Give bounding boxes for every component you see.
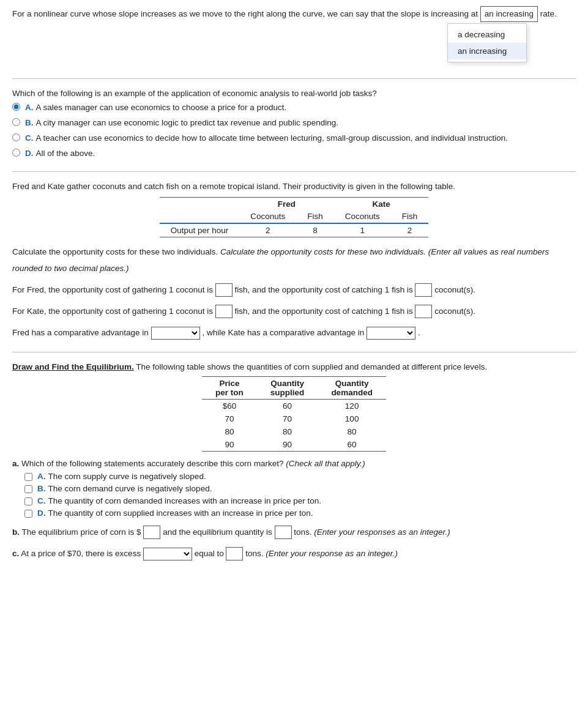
q4-price-70: 70: [202, 412, 257, 425]
q3-kate-advantage-select[interactable]: coconuts fish: [367, 327, 415, 340]
q4-cb-text-b: The corn demand curve is negatively slop…: [48, 484, 212, 493]
q4-checkbox-c[interactable]: [24, 497, 32, 505]
q3-adv-prefix: Fred has a comparative advantage in: [12, 328, 149, 337]
q3-fred-prefix: For Fred, the opportunity cost of gather…: [12, 285, 213, 294]
q1-after-text: rate.: [540, 9, 557, 18]
q3-kate-prefix: For Kate, the opportunity cost of gather…: [12, 307, 213, 316]
q4-demand-60: 120: [318, 399, 386, 412]
q4-parta-bold: a.: [12, 459, 19, 468]
q1-before-text: For a nonlinear curve whose slope increa…: [12, 9, 478, 18]
q2-options: A. A sales manager can use economics to …: [12, 102, 576, 160]
q4-table: Priceper ton Quantitysupplied Quantityde…: [202, 376, 386, 452]
q2-letter-b: B.: [25, 117, 34, 129]
q2-option-a[interactable]: A. A sales manager can use economics to …: [12, 102, 576, 114]
q2-text-a: A sales manager can use economics to cho…: [36, 102, 287, 114]
q3-fred-fish-cost-input[interactable]: [415, 283, 432, 297]
q4-cb-d[interactable]: D. The quantity of corn supplied increas…: [24, 508, 576, 518]
q2-radio-c[interactable]: [12, 133, 20, 141]
q4-supply-70: 70: [257, 412, 318, 425]
q2-letter-a: A.: [25, 102, 34, 114]
q1-selected-value[interactable]: an increasing: [480, 6, 538, 22]
q3-kate-cost: For Kate, the opportunity cost of gather…: [12, 303, 576, 319]
q3-kate-fish-cost-input[interactable]: [415, 305, 432, 318]
q4-intro: Draw and Find the Equilibrium. The follo…: [12, 362, 576, 371]
q2-radio-d[interactable]: [12, 149, 20, 157]
q4-demand-70: 100: [318, 412, 386, 425]
q4-cb-text-c: The quantity of corn demanded increases …: [48, 496, 322, 505]
q3-row-label: Output per hour: [160, 223, 240, 237]
q4-parta-note: (Check all that apply.): [286, 459, 365, 468]
q4-cb-text-d: The quantity of corn supplied increases …: [48, 508, 313, 518]
q4-checkbox-d[interactable]: [24, 510, 32, 518]
q4-row-70: 70 70 100: [202, 412, 386, 425]
q4-row-90: 90 90 60: [202, 438, 386, 452]
q3-fred-advantage-select[interactable]: coconuts fish: [151, 327, 200, 340]
q4-cb-text-a: The corn supply curve is negatively slop…: [48, 472, 206, 481]
q3-kate-end: coconut(s).: [434, 307, 475, 316]
q3-kate-coconut-cost-input[interactable]: [215, 305, 233, 318]
q3-kate-fish: 2: [391, 223, 429, 237]
q2-block: Which of the following is an example of …: [12, 89, 576, 160]
q3-fred-suffix: fish, and the opportunity cost of catchi…: [234, 285, 412, 294]
q4-excess-select[interactable]: supply demand: [143, 548, 192, 560]
q4-cb-letter-c: C.: [37, 496, 46, 505]
q4-partb-note: (Enter your responses as an integer.): [314, 527, 450, 537]
q3-col-fred-coconuts: Coconuts: [239, 210, 296, 223]
q3-table: Fred Kate Coconuts Fish Coconuts Fish Ou…: [160, 197, 429, 237]
q3-fred-fish: 8: [296, 223, 334, 237]
q4-partb-text3: tons.: [294, 527, 311, 537]
q1-option-increasing[interactable]: an increasing: [448, 43, 526, 59]
q2-option-b[interactable]: B. A city manager can use economic logic…: [12, 117, 576, 129]
q3-fred-cost: For Fred, the opportunity cost of gather…: [12, 281, 576, 298]
q1-text: For a nonlinear curve whose slope increa…: [12, 6, 576, 22]
q1-option-decreasing[interactable]: a decreasing: [448, 26, 526, 43]
q2-letter-d: D.: [25, 147, 34, 160]
q1-dropdown-popup: a decreasing an increasing: [447, 23, 527, 62]
q4-partc-text1: At a price of $70, there is excess: [21, 549, 141, 558]
q4-cb-letter-d: D.: [37, 508, 46, 518]
q4-cb-letter-b: B.: [37, 484, 46, 493]
q4-partc-label: c.: [12, 549, 19, 558]
q4-col-demanded: Quantitydemanded: [318, 376, 386, 399]
q4-checkbox-a[interactable]: [24, 473, 32, 481]
q4-intro-bold: Draw and Find the Equilibrium.: [12, 362, 134, 371]
divider-1: [12, 78, 576, 79]
q4-col-supplied: Quantitysupplied: [257, 376, 318, 399]
q4-supply-60: 60: [257, 399, 318, 412]
divider-3: [12, 352, 576, 352]
q4-partc: c. At a price of $70, there is excess su…: [12, 545, 576, 562]
q2-radio-a[interactable]: [12, 103, 20, 111]
q2-text-b: A city manager can use economic logic to…: [36, 117, 339, 129]
q3-calc-text: Calculate the opportunity costs for thes…: [12, 247, 220, 256]
q4-row-80: 80 80 80: [202, 425, 386, 438]
q4-partb-label: b.: [12, 527, 20, 537]
q2-letter-c: C.: [25, 132, 34, 144]
q4-supply-80: 80: [257, 425, 318, 438]
q3-adv-middle: , while Kate has a comparative advantage…: [202, 328, 364, 337]
q4-eq-price-input[interactable]: [143, 526, 160, 539]
q2-option-c[interactable]: C. A teacher can use economics to decide…: [12, 132, 576, 144]
q4-cb-letter-a: A.: [37, 472, 46, 481]
q4-partc-text3: tons.: [245, 549, 263, 558]
q4-price-80: 80: [202, 425, 257, 438]
divider-2: [12, 171, 576, 172]
q4-checkbox-b[interactable]: [24, 485, 32, 493]
q4-partb-text2: and the equilibrium quantity is: [163, 527, 272, 537]
q3-intro: Fred and Kate gather coconuts and catch …: [12, 182, 576, 191]
q4-cb-b[interactable]: B. The corn demand curve is negatively s…: [24, 484, 576, 493]
q4-price-60: $60: [202, 399, 257, 412]
q3-calc-note: Calculate the opportunity costs for thes…: [12, 244, 576, 277]
q2-text-d: All of the above.: [36, 147, 95, 160]
q4-partc-note: (Enter your response as an integer.): [266, 549, 398, 558]
q2-option-d[interactable]: D. All of the above.: [12, 147, 576, 160]
q3-fred-header: Fred: [239, 197, 334, 210]
q4-demand-80: 80: [318, 425, 386, 438]
q4-cb-c[interactable]: C. The quantity of corn demanded increas…: [24, 496, 576, 505]
q2-radio-b[interactable]: [12, 118, 20, 126]
q4-cb-a[interactable]: A. The corn supply curve is negatively s…: [24, 472, 576, 481]
q4-demand-90: 60: [318, 438, 386, 452]
q4-excess-qty-input[interactable]: [226, 547, 243, 560]
q3-col-fred-fish: Fish: [296, 210, 334, 223]
q4-eq-qty-input[interactable]: [275, 526, 292, 539]
q3-fred-coconut-cost-input[interactable]: [215, 283, 233, 297]
